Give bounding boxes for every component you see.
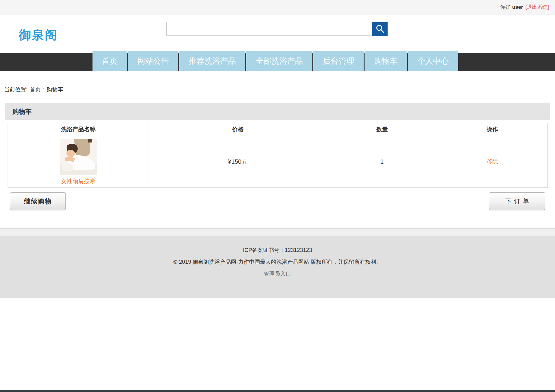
- greeting-text: 你好: [500, 4, 510, 11]
- footer-top-strip: [0, 228, 555, 236]
- cart-item-action-cell: 移除: [437, 136, 548, 188]
- chevron-right-icon: ›: [43, 86, 45, 92]
- column-header-quantity: 数量: [327, 123, 437, 136]
- cart-item-name-cell: 女性颈肩按摩: [8, 136, 149, 188]
- cart-item-price-cell: ¥150元: [149, 136, 327, 188]
- copyright-text: © 2019 御泉阁洗浴产品网-力作中国最大的洗浴产品网站 版权所有，并保留所有…: [0, 258, 555, 266]
- breadcrumb-prefix: 当前位置:: [4, 86, 28, 93]
- top-user-bar: 你好 user [退出系统]: [0, 0, 555, 15]
- nav-item-profile[interactable]: 个人中心: [408, 51, 458, 71]
- cart-panel-title: 购物车: [5, 103, 550, 120]
- nav-item-home[interactable]: 首页: [92, 51, 127, 71]
- search-button[interactable]: [372, 22, 388, 36]
- product-image: [60, 139, 97, 175]
- breadcrumb-current: 购物车: [47, 86, 63, 93]
- icp-number-text: ICP备案证书号：123123123: [0, 246, 555, 254]
- cart-item-quantity-cell: 1: [327, 136, 437, 188]
- admin-entrance-link[interactable]: 管理员入口: [264, 271, 291, 277]
- remove-item-link[interactable]: 移除: [487, 159, 498, 165]
- site-logo[interactable]: 御泉阁: [19, 27, 58, 43]
- product-name-link[interactable]: 女性颈肩按摩: [61, 177, 96, 185]
- spacer: [0, 210, 555, 228]
- place-order-button[interactable]: 下订单: [489, 192, 545, 210]
- search-input[interactable]: [166, 22, 371, 35]
- cart-actions: 继续购物 下订单: [0, 192, 555, 210]
- column-header-price: 价格: [149, 123, 327, 136]
- nav-item-announcements[interactable]: 网站公告: [128, 51, 178, 71]
- bottom-dark-bar: [0, 390, 555, 392]
- nav-item-admin[interactable]: 后台管理: [313, 51, 364, 71]
- bottom-whitespace: [0, 298, 555, 390]
- nav-item-cart[interactable]: 购物车: [365, 51, 407, 71]
- cart-table-header-row: 洗浴产品名称 价格 数量 操作: [8, 123, 548, 136]
- site-footer: ICP备案证书号：123123123 © 2019 御泉阁洗浴产品网-力作中国最…: [0, 236, 555, 298]
- cart-item-row: 女性颈肩按摩 ¥150元 1 移除: [8, 136, 548, 188]
- site-header: 御泉阁: [0, 15, 555, 53]
- main-nav: 首页 网站公告 推荐洗浴产品 全部洗浴产品 后台管理 购物车 个人中心: [0, 53, 555, 71]
- page: 你好 user [退出系统] 御泉阁 首页 网站公告 推荐洗浴产品 全部洗浴产品…: [0, 0, 555, 392]
- continue-shopping-button[interactable]: 继续购物: [10, 192, 66, 210]
- logout-link[interactable]: [退出系统]: [526, 4, 549, 11]
- nav-items: 首页 网站公告 推荐洗浴产品 全部洗浴产品 后台管理 购物车 个人中心: [0, 53, 555, 71]
- magnifier-icon: [375, 24, 385, 34]
- username-text: user: [512, 4, 523, 10]
- breadcrumb: 当前位置: 首页 › 购物车: [0, 71, 555, 103]
- breadcrumb-home-link[interactable]: 首页: [30, 86, 41, 93]
- cart-table: 洗浴产品名称 价格 数量 操作: [8, 123, 548, 188]
- nav-item-all-products[interactable]: 全部洗浴产品: [246, 51, 312, 71]
- nav-item-recommended-products[interactable]: 推荐洗浴产品: [179, 51, 245, 71]
- column-header-product-name: 洗浴产品名称: [8, 123, 149, 136]
- column-header-operation: 操作: [437, 123, 548, 136]
